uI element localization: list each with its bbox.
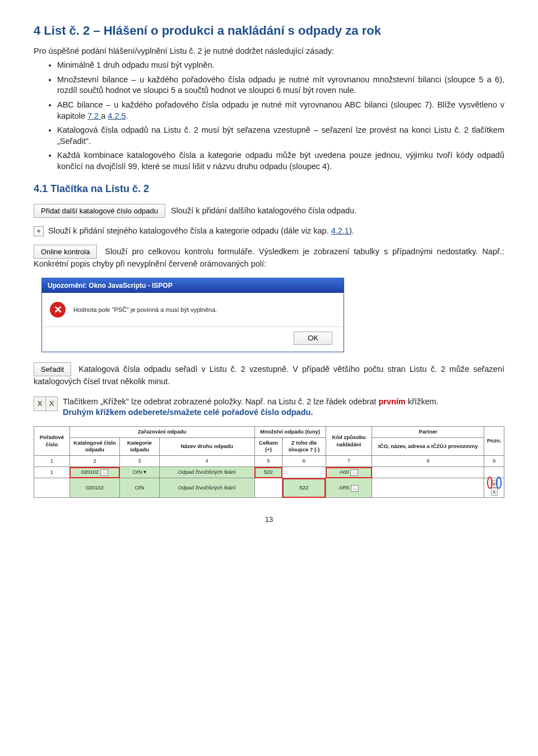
r2-katalogove: 020102 — [69, 478, 119, 498]
bullet-3: ABC bilance – u každého pořadového čísla… — [57, 100, 504, 122]
r1-kod[interactable]: A00... — [326, 467, 372, 478]
x-buttons-pair: XX — [34, 396, 57, 411]
colgroup-mnozstvi: Množství odpadu (tuny) — [254, 426, 326, 437]
bullet-3-mid: a — [101, 111, 108, 120]
r2-kategorie: O/N — [120, 478, 159, 498]
r2-kod-value: AR5 — [339, 484, 349, 491]
sort-button[interactable]: Seřadit — [34, 362, 71, 377]
col-katalogove: Katalogové číslo odpadu — [69, 437, 119, 456]
x-button-1[interactable]: X — [34, 396, 46, 411]
colnum-3: 3 — [120, 456, 159, 467]
browse-button-kod2[interactable]: ... — [351, 485, 359, 492]
dialog-ok-button[interactable]: OK — [294, 332, 332, 345]
r2-kod[interactable]: AR5... — [326, 478, 372, 498]
data-row-2: 020102 O/N Odpad živočišných tkání 522 A… — [34, 478, 504, 498]
colnum-7: 7 — [326, 456, 372, 467]
js-alert-dialog: Upozornění: Okno JavaScriptu - ISPOP ✕ H… — [41, 278, 344, 352]
waste-table: Pořadové číslo Zařazování odpadu Množstv… — [34, 426, 504, 498]
r2-nazev: Odpad živočišných tkání — [159, 478, 254, 498]
dialog-message: Hodnota pole "PSČ" je povinná a musí být… — [73, 306, 217, 314]
col-kod: Kód způsobu nakládání — [326, 426, 372, 455]
bullet-2: Množstevní bilance – u každého pořadovéh… — [57, 74, 504, 96]
colnum-2: 2 — [69, 456, 119, 467]
x-desc-second: Druhým křížkem odeberete/smažete celé po… — [63, 408, 313, 417]
col-kategorie: Kategorie odpadu — [120, 437, 159, 456]
waste-table-wrap: Pořadové číslo Zařazování odpadu Množstv… — [34, 426, 504, 498]
colnum-8: 8 — [372, 456, 484, 467]
x-desc-b: křížkem. — [406, 397, 439, 406]
highlight-oval-red — [487, 477, 493, 489]
bullet-4: Katalogová čísla odpadů na Listu č. 2 mu… — [57, 125, 504, 147]
col-pozn: Pozn. — [484, 426, 504, 455]
plus-desc-a: Slouží k přidání stejného katalogového č… — [48, 226, 331, 235]
x-desc-a: Tlačítkem „Křížek" lze odebrat zobrazené… — [63, 397, 378, 406]
r1-celkem[interactable]: 522 — [254, 467, 282, 478]
r1-katalogove[interactable]: 020102... — [69, 467, 119, 478]
browse-button-kod[interactable]: ... — [350, 469, 358, 476]
r2-partner — [372, 478, 484, 498]
r1-kod-value: A00 — [340, 469, 349, 475]
link-7-2[interactable]: 7.2 — [87, 111, 101, 120]
r1-partner — [372, 467, 484, 478]
r1-kateg-value: O/N — [133, 469, 142, 475]
colnum-5: 5 — [254, 456, 282, 467]
online-check-button[interactable]: Online kontrola — [34, 245, 97, 259]
r1-kat-value: 020102 — [81, 469, 99, 475]
colnum-4: 4 — [159, 456, 254, 467]
add-catalog-number-button[interactable]: Přidat další katalogové číslo odpadu — [34, 204, 165, 218]
col-nazev: Název druhu odpadu — [159, 437, 254, 456]
plus-desc-b: ). — [349, 226, 354, 235]
browse-button[interactable]: ... — [100, 469, 108, 476]
col-poradove: Pořadové číslo — [34, 426, 70, 455]
colnum-1: 1 — [34, 456, 70, 467]
dialog-title: Upozornění: Okno JavaScriptu - ISPOP — [42, 278, 344, 293]
r2-celkem — [254, 478, 282, 498]
error-icon: ✕ — [50, 302, 66, 318]
r1-ztoho — [282, 467, 326, 478]
r1-pozn — [484, 467, 504, 478]
column-numbers-row: 1 2 3 4 5 6 7 8 9 — [34, 456, 504, 467]
add-button-desc: Slouží k přidání dalšího katalogového čí… — [171, 206, 356, 214]
bullet-3-end: . — [126, 111, 128, 120]
plus-button[interactable]: + — [34, 226, 44, 236]
subsection-heading: 4.1 Tlačítka na Listu č. 2 — [34, 182, 504, 195]
r1-kategorie[interactable]: O/N ▾ — [120, 467, 159, 478]
highlight-oval-blue — [496, 477, 502, 489]
r1-nazev: Odpad živočišných tkání — [159, 467, 254, 478]
bullet-1: Minimálně 1 druh odpadu musí být vyplněn… — [57, 60, 504, 71]
colnum-9: 9 — [484, 456, 504, 467]
link-4-2-5[interactable]: 4.2.5 — [108, 111, 126, 120]
col-ico: IČO, název, adresa a IČZŮJ provozovny — [372, 437, 484, 456]
r2-pozn[interactable]: xx — [484, 478, 504, 498]
online-desc: Slouží pro celkovou kontrolu formuláře. … — [34, 246, 504, 268]
r2-poradove — [34, 478, 70, 498]
r1-poradove: 1 — [34, 467, 70, 478]
colnum-6: 6 — [282, 456, 326, 467]
col-ztoho: Z toho dle sloupce 7 (-) — [282, 437, 326, 456]
r2-ztoho[interactable]: 522 — [282, 478, 326, 498]
col-celkem: Celkem (+) — [254, 437, 282, 456]
colgroup-partner: Partner — [372, 426, 484, 437]
rules-list: Minimálně 1 druh odpadu musí být vyplněn… — [34, 60, 504, 172]
intro-text: Pro úspěšné podání hlášení/vyplnění List… — [34, 46, 504, 57]
colgroup-zarazovani: Zařazování odpadu — [69, 426, 254, 437]
row-delete-x2[interactable]: x — [491, 488, 498, 496]
x-button-2[interactable]: X — [45, 396, 58, 411]
link-4-2-1[interactable]: 4.2.1 — [331, 226, 349, 235]
chevron-down-icon[interactable]: ▾ — [143, 469, 146, 475]
x-desc-first: prvním — [378, 397, 405, 406]
page-number: 13 — [34, 515, 504, 525]
data-row-1: 1 020102... O/N ▾ Odpad živočišných tkán… — [34, 467, 504, 478]
section-heading: 4 List č. 2 – Hlášení o produkci a naklá… — [34, 22, 504, 39]
sort-desc: Katalogová čísla odpadu seřadí v Listu č… — [34, 364, 504, 386]
bullet-5: Každá kombinace katalogového čísla a kat… — [57, 150, 504, 172]
